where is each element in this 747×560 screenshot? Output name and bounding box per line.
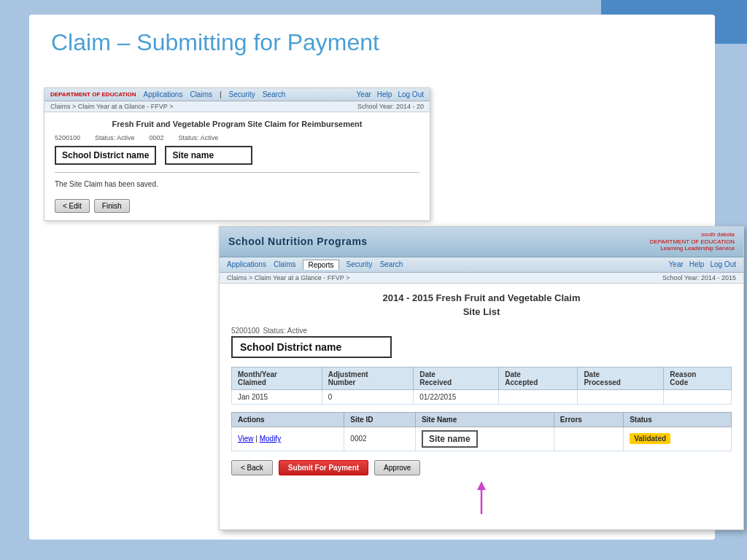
claims-th-date-acc: DateAccepted [499, 367, 578, 389]
claims-td-month: Jan 2015 [232, 389, 322, 404]
fg-district-name: School District name [231, 336, 392, 358]
fg-dept-logo-line1: south dakota [650, 231, 735, 238]
fg-snp-header: School Nutrition Programs south dakota D… [220, 227, 743, 257]
validated-badge: Validated [630, 433, 670, 444]
fg-site-name-box: Site name [422, 430, 478, 448]
fg-form-title-line1: 2014 - 2015 Fresh Fruit and Vegetable Cl… [231, 292, 732, 303]
bg-breadcrumb-right: School Year: 2014 - 20 [357, 103, 424, 110]
claims-th-reason: ReasonCode [664, 367, 732, 389]
bg-form-panel: DEPARTMENT OF EDUCATION Applications Cla… [44, 88, 430, 221]
sites-row: View | Modify 0002 Site name Validated [232, 427, 732, 451]
bg-saved-message: The Site Claim has been saved. [55, 180, 419, 188]
sites-th-actions: Actions [232, 412, 344, 427]
bg-dept-logo: DEPARTMENT OF EDUCATION [50, 91, 136, 98]
sites-td-status: Validated [624, 427, 732, 451]
fg-approve-button[interactable]: Approve [374, 460, 420, 475]
bg-status1-id: 5200100 [55, 134, 80, 141]
fg-status-label: Status: Active [263, 327, 307, 335]
fg-nav-logout[interactable]: Log Out [710, 260, 736, 268]
site-modify-link[interactable]: Modify [260, 435, 281, 443]
bg-status2-label: Status: Active [179, 134, 219, 141]
arrow-annotation [231, 481, 732, 521]
fg-nav-right: Year Help Log Out [669, 260, 736, 268]
sites-td-errors [554, 427, 623, 451]
fg-status-id: 5200100 [231, 327, 260, 335]
claims-td-reason [664, 389, 732, 404]
fg-form-content: 2014 - 2015 Fresh Fruit and Vegetable Cl… [220, 284, 743, 529]
bg-button-row: < Edit Finish [55, 199, 419, 213]
fg-nav-applications[interactable]: Applications [227, 260, 266, 268]
bg-finish-button[interactable]: Finish [94, 199, 130, 213]
fg-nav-claims[interactable]: Claims [274, 260, 296, 268]
claims-th-date-recv: DateReceived [414, 367, 499, 389]
fg-status-row: 5200100 Status: Active [231, 323, 732, 336]
fg-breadcrumb-right: School Year: 2014 - 2015 [662, 274, 736, 281]
claims-td-adj: 0 [322, 389, 414, 404]
fg-nav-search[interactable]: Search [380, 260, 403, 268]
fg-button-row: < Back Submit For Payment Approve [231, 460, 732, 475]
claims-td-date-acc [499, 389, 578, 404]
fg-dept-logo-line3: Learning Leadership Service [650, 245, 735, 252]
sites-th-site-name: Site Name [415, 412, 554, 427]
bg-nav-sep: | [220, 90, 222, 98]
fg-breadcrumb: Claims > Claim Year at a Glance - FFVP >… [220, 273, 743, 284]
fg-submit-button[interactable]: Submit For Payment [279, 460, 368, 475]
fg-back-button[interactable]: < Back [231, 460, 273, 475]
fg-breadcrumb-left: Claims > Claim Year at a Glance - FFVP > [227, 274, 349, 281]
fg-claims-table: Month/YearClaimed AdjustmentNumber DateR… [231, 367, 732, 405]
bg-district-name: School District name [55, 146, 156, 165]
fg-snp-title: School Nutrition Programs [228, 236, 368, 247]
fg-nav-reports-tab[interactable]: Reports [303, 260, 338, 270]
bg-nav-bar: DEPARTMENT OF EDUCATION Applications Cla… [44, 88, 430, 101]
bg-site-name: Site name [165, 146, 252, 165]
bg-nav-security[interactable]: Security [229, 90, 255, 98]
fg-nav-help[interactable]: Help [689, 260, 705, 268]
bg-breadcrumb: Claims > Claim Year at a Glance - FFVP >… [44, 101, 430, 112]
fg-nav-bar: Applications Claims Reports Security Sea… [220, 257, 743, 273]
svg-marker-1 [477, 481, 486, 490]
sites-th-site-id: Site ID [344, 412, 416, 427]
slide-title: Claim – Submitting for Payment [51, 29, 693, 56]
bg-nav-claims[interactable]: Claims [190, 90, 212, 98]
bg-status2-id: 0002 [150, 134, 164, 141]
claims-td-date-proc [578, 389, 664, 404]
fg-nav-year[interactable]: Year [669, 260, 684, 268]
bg-edit-button[interactable]: < Edit [55, 199, 90, 213]
sites-td-site-id: 0002 [344, 427, 416, 451]
bg-nav-year[interactable]: Year [357, 90, 371, 98]
site-view-link[interactable]: View [238, 435, 254, 443]
sites-td-site-name: Site name [415, 427, 554, 451]
fg-form-panel: School Nutrition Programs south dakota D… [219, 226, 744, 530]
claims-th-date-proc: DateProcessed [578, 367, 664, 389]
bg-breadcrumb-left: Claims > Claim Year at a Glance - FFVP > [50, 103, 173, 110]
fg-form-title-line2: Site List [231, 306, 732, 317]
sites-th-errors: Errors [554, 412, 623, 427]
sites-td-actions: View | Modify [232, 427, 344, 451]
bg-nav-logout[interactable]: Log Out [398, 90, 424, 98]
bg-nav-applications[interactable]: Applications [143, 90, 182, 98]
arrow-svg [471, 481, 492, 518]
bg-name-boxes: School District name Site name [55, 146, 419, 165]
claims-th-adj: AdjustmentNumber [322, 367, 414, 389]
fg-dept-logo-line2: DEPARTMENT OF EDUCATION [650, 238, 735, 246]
fg-dept-logo: south dakota DEPARTMENT OF EDUCATION Lea… [650, 231, 735, 252]
bg-form-content: Fresh Fruit and Vegetable Program Site C… [44, 112, 430, 220]
bg-form-title: Fresh Fruit and Vegetable Program Site C… [55, 120, 419, 128]
slide: Claim – Submitting for Payment DEPARTMEN… [29, 15, 715, 540]
bg-nav-search[interactable]: Search [263, 90, 286, 98]
bg-status-row: 5200100 Status: Active 0002 Status: Acti… [55, 134, 419, 141]
bg-nav-help[interactable]: Help [377, 90, 392, 98]
claims-row: Jan 2015 0 01/22/2015 [232, 389, 732, 404]
fg-sites-table: Actions Site ID Site Name Errors Status … [231, 412, 732, 451]
claims-th-month: Month/YearClaimed [232, 367, 322, 389]
claims-td-date-recv: 01/22/2015 [414, 389, 499, 404]
bg-status1-label: Status: Active [95, 134, 135, 141]
bg-nav-right: Year Help Log Out [357, 90, 424, 98]
fg-nav-security[interactable]: Security [347, 260, 373, 268]
sites-th-status: Status [624, 412, 732, 427]
